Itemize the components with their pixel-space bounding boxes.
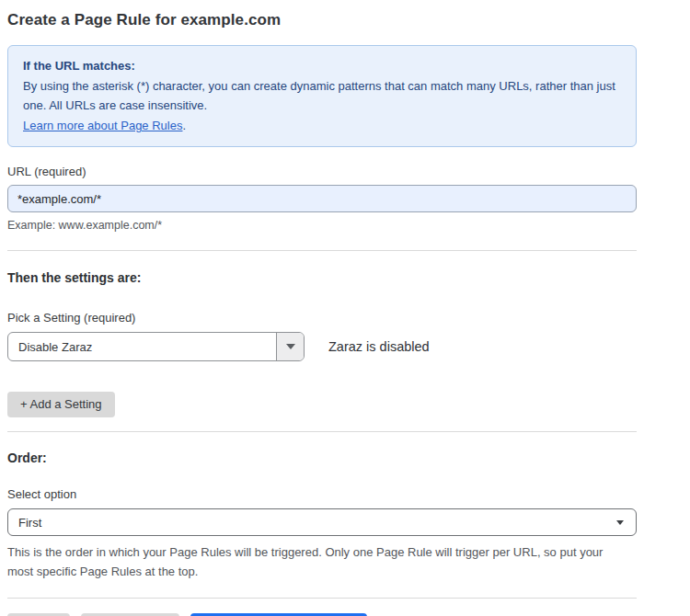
divider bbox=[7, 250, 637, 251]
setting-picker-row: Disable Zaraz Zaraz is disabled bbox=[7, 332, 637, 361]
link-period: . bbox=[182, 119, 186, 132]
setting-status-text: Zaraz is disabled bbox=[328, 339, 430, 354]
setting-select-arrow-button[interactable] bbox=[276, 333, 304, 360]
chevron-down-icon bbox=[616, 520, 624, 525]
page-title: Create a Page Rule for example.com bbox=[7, 11, 637, 29]
order-section-heading: Order: bbox=[7, 451, 637, 465]
url-input[interactable] bbox=[7, 185, 637, 212]
info-box-link-line: Learn more about Page Rules. bbox=[23, 116, 621, 135]
url-example-helper: Example: www.example.com/* bbox=[7, 219, 637, 232]
add-setting-button[interactable]: + Add a Setting bbox=[7, 392, 115, 417]
divider bbox=[7, 598, 637, 599]
order-select[interactable]: First bbox=[7, 508, 637, 536]
learn-more-link[interactable]: Learn more about Page Rules bbox=[23, 119, 182, 132]
setting-select[interactable]: Disable Zaraz bbox=[7, 332, 305, 361]
divider bbox=[7, 431, 637, 432]
order-select-label: Select option bbox=[7, 487, 637, 501]
order-select-value: First bbox=[18, 516, 41, 530]
url-field-label: URL (required) bbox=[7, 165, 637, 178]
page-rule-form: Create a Page Rule for example.com If th… bbox=[0, 0, 644, 616]
settings-section-heading: Then the settings are: bbox=[7, 270, 637, 285]
info-box-heading: If the URL matches: bbox=[23, 56, 621, 75]
url-match-info-box: If the URL matches: By using the asteris… bbox=[7, 45, 637, 147]
order-description: This is the order in which your Page Rul… bbox=[7, 542, 624, 581]
info-box-body: By using the asterisk (*) character, you… bbox=[23, 76, 621, 115]
setting-select-value: Disable Zaraz bbox=[8, 333, 276, 360]
pick-setting-label: Pick a Setting (required) bbox=[7, 311, 637, 325]
chevron-down-icon bbox=[286, 344, 295, 349]
